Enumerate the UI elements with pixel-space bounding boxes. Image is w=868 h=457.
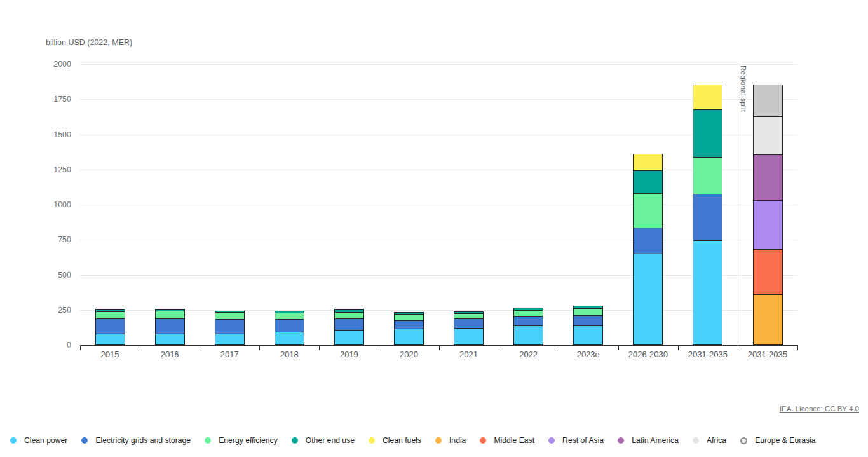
- x-axis-category-label: 2021: [439, 350, 499, 360]
- bar-segment[interactable]: [634, 170, 662, 193]
- y-axis-tick-label: 1250: [37, 165, 71, 174]
- bar-segment[interactable]: [574, 325, 602, 344]
- bar-segment[interactable]: [514, 316, 543, 325]
- legend-dot-icon: [480, 437, 486, 444]
- gridline: [80, 64, 797, 65]
- bar-segment[interactable]: [693, 157, 722, 194]
- y-axis-tick-label: 1500: [37, 130, 71, 139]
- legend-item-label: Clean power: [24, 436, 67, 445]
- legend-item[interactable]: Electricity grids and storage: [81, 436, 191, 445]
- legend-item[interactable]: Latin America: [618, 436, 679, 445]
- bar-segment[interactable]: [634, 228, 662, 254]
- bar: [155, 309, 185, 345]
- legend-item-label: Energy efficiency: [219, 436, 278, 445]
- x-axis-category-label: 2017: [200, 350, 259, 360]
- legend-item-label: India: [449, 436, 466, 445]
- legend: Clean powerElectricity grids and storage…: [10, 436, 862, 445]
- bar-segment[interactable]: [156, 318, 184, 334]
- bar-segment[interactable]: [574, 308, 602, 315]
- legend-dot-icon: [435, 437, 442, 444]
- legend-item[interactable]: Middle East: [480, 436, 534, 445]
- legend-item-label: Electricity grids and storage: [95, 436, 191, 445]
- bar: [573, 306, 603, 346]
- bar-segment[interactable]: [335, 312, 363, 318]
- legend-item[interactable]: Clean fuels: [369, 436, 421, 445]
- bar-segment[interactable]: [754, 249, 782, 294]
- y-axis-tick-label: 1000: [37, 200, 71, 209]
- legend-item[interactable]: Other end use: [292, 436, 355, 445]
- y-axis-tick-label: 750: [37, 235, 71, 244]
- legend-item-label: Clean fuels: [383, 436, 421, 445]
- bar-segment[interactable]: [156, 334, 184, 344]
- bar-segment[interactable]: [754, 154, 782, 200]
- y-axis-tick-label: 1750: [37, 95, 71, 104]
- bar-segment[interactable]: [215, 334, 244, 344]
- legend-item[interactable]: Africa: [693, 436, 726, 445]
- legend-item-label: Europe & Eurasia: [755, 436, 816, 445]
- bar-segment[interactable]: [634, 154, 662, 171]
- x-axis-category-label: 2019: [319, 350, 379, 360]
- bar-segment[interactable]: [454, 318, 483, 328]
- x-axis-category-label: 2031-2035: [738, 350, 797, 360]
- bar-segment[interactable]: [215, 319, 244, 334]
- bar-segment[interactable]: [693, 85, 722, 109]
- bar-segment[interactable]: [156, 311, 184, 318]
- legend-item[interactable]: India: [435, 436, 466, 445]
- bar-segment[interactable]: [693, 109, 722, 157]
- x-axis-category-label: 2022: [499, 350, 559, 360]
- source-licence-link[interactable]: IEA. Licence: CC BY 4.0: [780, 405, 859, 413]
- regional-split-label: Regional split: [740, 65, 747, 112]
- x-axis-category-label: 2023e: [559, 350, 618, 360]
- legend-dot-icon: [369, 437, 375, 444]
- legend-dot-icon: [81, 437, 88, 444]
- legend-item[interactable]: Energy efficiency: [205, 436, 278, 445]
- bar-segment[interactable]: [395, 329, 423, 344]
- bar: [454, 311, 484, 345]
- bar-segment[interactable]: [454, 328, 483, 344]
- bar: [334, 309, 364, 345]
- bar-segment[interactable]: [96, 334, 125, 344]
- bar-segment[interactable]: [335, 318, 363, 330]
- bar-segment[interactable]: [754, 116, 782, 154]
- bar-segment[interactable]: [754, 294, 782, 344]
- x-axis-tick: [797, 345, 798, 350]
- bar-segment[interactable]: [215, 312, 244, 320]
- bar-segment[interactable]: [395, 314, 423, 320]
- y-axis-tick-label: 250: [37, 306, 71, 315]
- gridline: [80, 205, 797, 205]
- x-axis-line: [80, 345, 797, 346]
- bar-segment[interactable]: [335, 330, 363, 344]
- bar-segment[interactable]: [634, 254, 662, 344]
- bar-segment[interactable]: [634, 193, 662, 228]
- bar-segment[interactable]: [275, 332, 304, 344]
- gridline: [80, 99, 797, 100]
- legend-item[interactable]: Europe & Eurasia: [740, 436, 816, 445]
- bar: [693, 85, 722, 345]
- bar: [513, 308, 543, 345]
- x-axis-category-label: 2015: [80, 350, 140, 360]
- gridline: [80, 170, 797, 170]
- bar-segment[interactable]: [514, 310, 543, 316]
- gridline: [80, 240, 797, 240]
- legend-dot-icon: [740, 437, 747, 444]
- bar-segment[interactable]: [275, 313, 304, 320]
- legend-dot-icon: [205, 437, 211, 444]
- bar-segment[interactable]: [754, 85, 782, 116]
- legend-item[interactable]: Rest of Asia: [548, 436, 604, 445]
- bar-segment[interactable]: [693, 194, 722, 241]
- bar-segment[interactable]: [693, 240, 722, 344]
- bar-segment[interactable]: [275, 319, 304, 332]
- legend-item[interactable]: Clean power: [10, 436, 67, 445]
- y-axis-tick-label: 0: [37, 341, 71, 350]
- bar-segment[interactable]: [395, 320, 423, 329]
- x-axis-category-label: 2020: [379, 350, 438, 360]
- bar-segment[interactable]: [574, 315, 602, 325]
- bar-segment[interactable]: [96, 311, 125, 318]
- bar: [275, 311, 304, 345]
- y-axis-tick-label: 2000: [37, 60, 71, 69]
- bar-segment[interactable]: [454, 313, 483, 318]
- gridline: [80, 275, 797, 276]
- bar-segment[interactable]: [514, 325, 543, 344]
- bar-segment[interactable]: [754, 200, 782, 249]
- bar-segment[interactable]: [96, 318, 125, 334]
